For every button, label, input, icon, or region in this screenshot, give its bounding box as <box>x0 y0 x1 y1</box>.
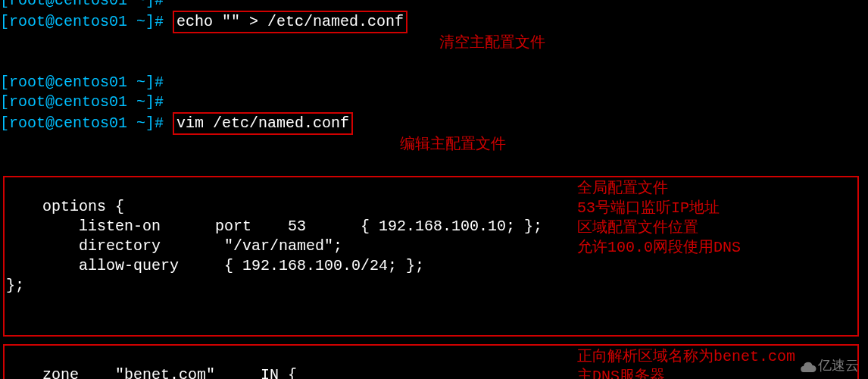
options-notes: 全局配置文件 53号端口监听IP地址 区域配置文件位置 允许100.0网段使用D… <box>577 179 850 258</box>
annotation-clear-config: 清空主配置文件 <box>439 33 545 53</box>
watermark-logo: 亿速云 <box>800 357 859 374</box>
spacer <box>0 338 868 343</box>
cmd-line-vim: [root@centos01 ~]# vim /etc/named.conf 编… <box>0 112 868 174</box>
prompt-text: [root@centos01 ~]# <box>0 13 164 30</box>
prompt-text: [root@centos01 ~]# <box>0 93 164 111</box>
note-directory: 区域配置文件位置 <box>577 218 850 238</box>
prompt-line: [root@centos01 ~]# <box>0 0 868 11</box>
cmd-line-echo: [root@centos01 ~]# echo "" > /etc/named.… <box>0 11 868 73</box>
options-block-content: options { listen-on port 53 { 192.168.10… <box>6 198 542 294</box>
cmd-vim-box: vim /etc/named.conf <box>173 112 353 135</box>
watermark-text: 亿速云 <box>818 358 859 373</box>
terminal-output: [root@centos01 ~]# [root@centos01 ~]# ec… <box>0 0 868 379</box>
zone-forward-block: zone "benet.com" IN { type master; file … <box>3 344 859 379</box>
prompt-text: [root@centos01 ~]# <box>0 74 164 91</box>
prompt-line: [root@centos01 ~]# <box>0 92 868 112</box>
prompt-text: [root@centos01 ~]# <box>0 114 164 132</box>
cloud-icon <box>800 360 816 372</box>
note-port-listen: 53号端口监听IP地址 <box>577 199 850 218</box>
note-allow-query: 允许100.0网段使用DNS <box>577 238 850 258</box>
note-global-config: 全局配置文件 <box>577 179 850 199</box>
zone-forward-content: zone "benet.com" IN { type master; file … <box>6 366 306 379</box>
cmd-echo-box: echo "" > /etc/named.conf <box>173 11 407 33</box>
options-block: options { listen-on port 53 { 192.168.10… <box>3 176 859 337</box>
prompt-text: [root@centos01 ~]# <box>0 0 164 9</box>
annotation-edit-config: 编辑主配置文件 <box>400 135 506 155</box>
prompt-line: [root@centos01 ~]# <box>0 73 868 92</box>
